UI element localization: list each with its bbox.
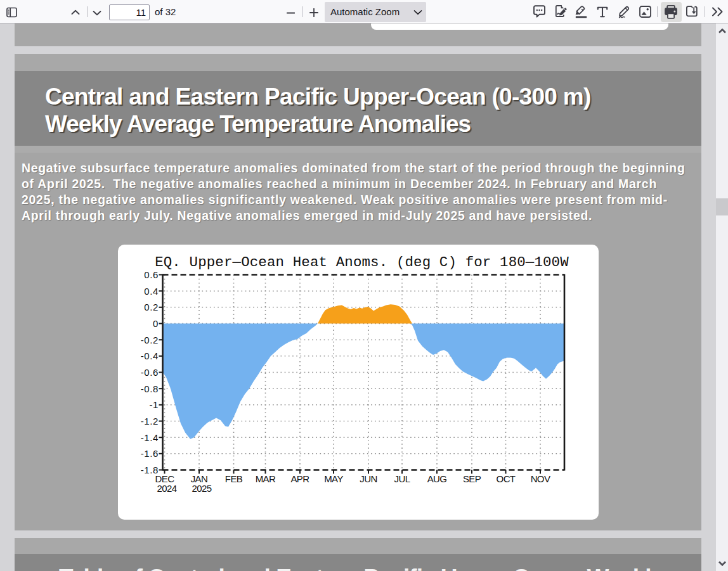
svg-text:-1: -1 bbox=[149, 399, 159, 410]
svg-text:2025: 2025 bbox=[192, 483, 212, 494]
svg-text:-1.6: -1.6 bbox=[141, 448, 159, 459]
svg-text:AUG: AUG bbox=[427, 473, 447, 484]
svg-text:JUL: JUL bbox=[394, 473, 410, 484]
svg-text:OCT: OCT bbox=[497, 473, 516, 484]
svg-text:-0.6: -0.6 bbox=[141, 367, 159, 378]
svg-text:MAR: MAR bbox=[256, 473, 276, 484]
svg-text:MAY: MAY bbox=[324, 473, 343, 484]
svg-text:-0.4: -0.4 bbox=[141, 350, 159, 361]
svg-text:-0.8: -0.8 bbox=[141, 383, 159, 394]
svg-text:-1.2: -1.2 bbox=[141, 416, 159, 427]
svg-text:FEB: FEB bbox=[225, 473, 243, 484]
svg-text:0.2: 0.2 bbox=[144, 302, 159, 312]
svg-text:EQ. Upper—Ocean Heat Anoms. (d: EQ. Upper—Ocean Heat Anoms. (deg C) for … bbox=[155, 254, 569, 271]
svg-text:0.6: 0.6 bbox=[144, 269, 159, 280]
svg-text:0: 0 bbox=[153, 318, 159, 329]
svg-text:-0.2: -0.2 bbox=[141, 335, 159, 345]
svg-text:APR: APR bbox=[290, 473, 309, 484]
svg-text:-1.4: -1.4 bbox=[141, 432, 159, 443]
svg-text:NOV: NOV bbox=[531, 473, 550, 484]
svg-text:JUN: JUN bbox=[360, 473, 377, 484]
svg-text:2024: 2024 bbox=[157, 483, 177, 494]
svg-text:SEP: SEP bbox=[463, 473, 481, 484]
svg-text:0.4: 0.4 bbox=[144, 286, 159, 297]
